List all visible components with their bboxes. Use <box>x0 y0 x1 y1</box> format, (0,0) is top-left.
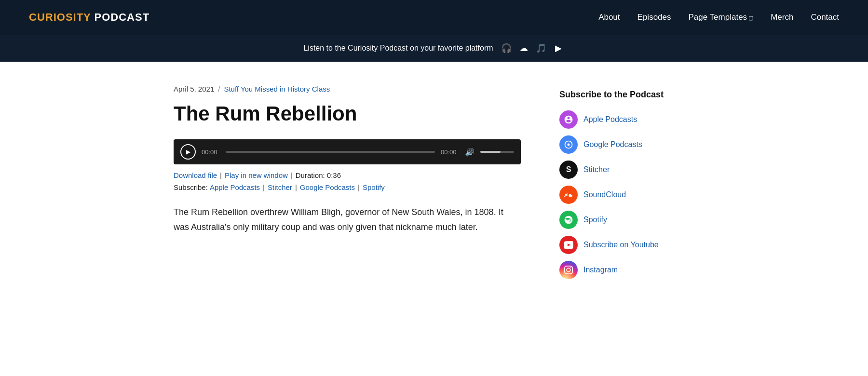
link-sep-1: | <box>220 171 222 179</box>
list-item: Spotify <box>559 211 694 229</box>
nav-contact[interactable]: Contact <box>811 13 839 22</box>
subscribe-label: Subscribe: <box>174 183 208 191</box>
link-sep-2: | <box>291 171 293 179</box>
play-button[interactable]: ▶ <box>180 144 196 160</box>
apple-podcasts-icon[interactable] <box>559 110 578 129</box>
post-links: Download file | Play in new window | Dur… <box>174 171 521 179</box>
audio-player: ▶ 00:00 00:00 🔊 <box>174 139 521 164</box>
subscribe-spotify[interactable]: Spotify <box>363 183 385 191</box>
post-date: April 5, 2021 <box>174 85 214 93</box>
list-item: Instagram <box>559 261 694 279</box>
duration-label: Duration: 0:36 <box>296 171 341 179</box>
nav-episodes[interactable]: Episodes <box>637 13 671 22</box>
list-item: SoundCloud <box>559 186 694 204</box>
progress-bar[interactable] <box>226 151 435 153</box>
time-duration: 00:00 <box>441 148 459 156</box>
volume-slider[interactable] <box>480 151 514 153</box>
soundcloud-icon[interactable]: ☁ <box>517 42 530 54</box>
post-category[interactable]: Stuff You Missed in History Class <box>224 85 330 93</box>
post-body: The Rum Rebellion overthrew William Blig… <box>174 205 521 234</box>
apple-icon[interactable]: 🎵 <box>535 42 547 54</box>
banner-platform-icons: 🎧 ☁ 🎵 ▶ <box>500 42 565 54</box>
main-content: April 5, 2021 / Stuff You Missed in Hist… <box>174 85 521 235</box>
stitcher-link[interactable]: Stitcher <box>583 165 610 174</box>
list-item: S Stitcher <box>559 161 694 179</box>
banner-text: Listen to the Curiosity Podcast on your … <box>303 44 493 53</box>
post-meta: April 5, 2021 / Stuff You Missed in Hist… <box>174 85 521 93</box>
subscribe-google[interactable]: Google Podcasts <box>300 183 355 191</box>
new-window-link[interactable]: Play in new window <box>225 171 288 179</box>
subscribe-apple[interactable]: Apple Podcasts <box>210 183 260 191</box>
platform-banner: Listen to the Curiosity Podcast on your … <box>0 35 868 62</box>
nav-about[interactable]: About <box>598 13 620 22</box>
logo-curiosity: CURIOSITY <box>29 11 91 23</box>
spotify-icon[interactable]: 🎧 <box>500 42 513 54</box>
svg-point-0 <box>568 144 570 146</box>
sidebar-subscribe-list: Apple Podcasts Google Podcasts S Stitche… <box>559 110 694 279</box>
list-item: Google Podcasts <box>559 135 694 154</box>
subscribe-stitcher[interactable]: Stitcher <box>268 183 292 191</box>
site-logo[interactable]: CURIOSITY PODCAST <box>29 11 149 24</box>
nav-merch[interactable]: Merch <box>771 13 793 22</box>
meta-slash: / <box>218 85 220 93</box>
time-current: 00:00 <box>202 148 220 156</box>
nav-links: About Episodes Page Templates Merch Cont… <box>598 13 839 22</box>
instagram-link[interactable]: Instagram <box>583 266 618 274</box>
soundcloud-link[interactable]: SoundCloud <box>583 190 626 199</box>
stitcher-icon[interactable]: S <box>559 161 578 179</box>
apple-podcasts-link[interactable]: Apple Podcasts <box>583 115 637 124</box>
youtube-icon[interactable]: ▶ <box>552 42 565 54</box>
navbar: CURIOSITY PODCAST About Episodes Page Te… <box>0 0 868 35</box>
download-link[interactable]: Download file <box>174 171 217 179</box>
google-podcasts-link[interactable]: Google Podcasts <box>583 140 642 149</box>
instagram-icon[interactable] <box>559 261 578 279</box>
content-wrapper: April 5, 2021 / Stuff You Missed in Hist… <box>145 62 723 308</box>
list-item: Subscribe on Youtube <box>559 236 694 254</box>
sidebar: Subscribe to the Podcast Apple Podcasts … <box>559 85 694 279</box>
nav-page-templates[interactable]: Page Templates <box>689 13 754 22</box>
soundcloud-icon[interactable] <box>559 186 578 204</box>
volume-fill <box>480 151 501 153</box>
spotify-icon[interactable] <box>559 211 578 229</box>
spotify-link[interactable]: Spotify <box>583 215 607 224</box>
post-title: The Rum Rebellion <box>174 102 521 126</box>
google-podcasts-icon[interactable] <box>559 135 578 154</box>
logo-podcast: PODCAST <box>91 11 149 23</box>
youtube-icon[interactable] <box>559 236 578 254</box>
mute-button[interactable]: 🔊 <box>465 148 475 157</box>
youtube-link[interactable]: Subscribe on Youtube <box>583 241 659 249</box>
post-subscribe: Subscribe: Apple Podcasts | Stitcher | G… <box>174 183 521 191</box>
list-item: Apple Podcasts <box>559 110 694 129</box>
sidebar-title: Subscribe to the Podcast <box>559 90 694 100</box>
